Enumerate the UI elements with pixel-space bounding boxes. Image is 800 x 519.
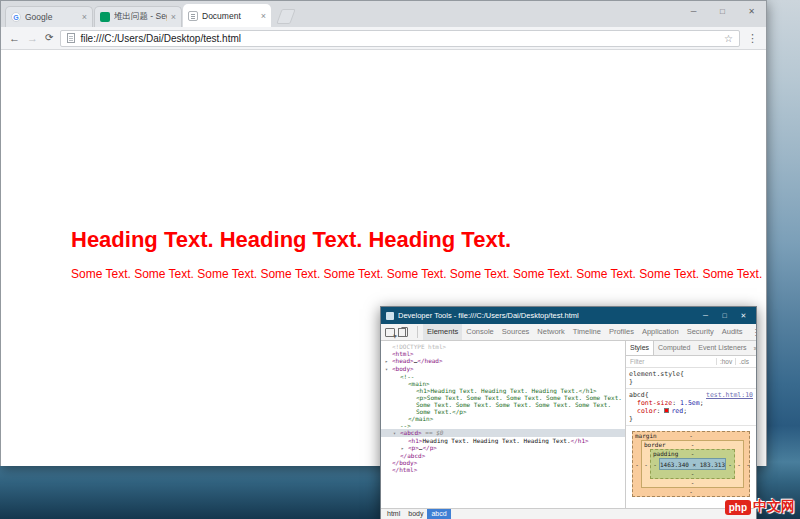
boxmodel-border[interactable]: border - - padding -	[641, 440, 744, 488]
boxmodel-margin-label: margin	[635, 432, 657, 440]
google-favicon: G	[11, 12, 21, 22]
tree-row[interactable]: ▸<head>…</head>	[381, 357, 625, 365]
breadcrumb-abcd[interactable]: abcd	[427, 509, 450, 519]
tree-row[interactable]: <html>	[381, 350, 625, 357]
border-top-value: -	[691, 441, 695, 448]
browser-tab-google[interactable]: GGoogle×	[5, 6, 93, 27]
back-icon[interactable]: ←	[9, 33, 20, 44]
tree-row[interactable]: <!DOCTYPE html>	[381, 343, 625, 350]
devtools-tab-audits[interactable]: Audits	[718, 324, 747, 340]
twisty-icon[interactable]: ▸	[401, 445, 408, 452]
sidebar-tabs: StylesComputedEvent Listeners»	[626, 341, 756, 356]
device-toolbar-icon[interactable]	[401, 327, 408, 337]
tab-close-icon[interactable]: ×	[261, 11, 266, 21]
url-input[interactable]: file:///C:/Users/Dai/Desktop/test.html ☆	[60, 30, 740, 47]
devtools-panel-tabs: ElementsConsoleSourcesNetworkTimelinePro…	[423, 324, 747, 340]
rule-selector[interactable]: abcd	[629, 391, 645, 399]
devtools-close-button[interactable]: ✕	[736, 312, 751, 320]
tab-close-icon[interactable]: ×	[82, 12, 87, 22]
rule-selector[interactable]: element.style	[629, 370, 680, 378]
tree-row[interactable]: <main>	[381, 380, 625, 387]
tree-row[interactable]: <!--	[381, 373, 625, 380]
devtools-tab-timeline[interactable]: Timeline	[569, 324, 605, 340]
twisty-icon[interactable]: ▾	[393, 430, 400, 437]
devtools-icon	[386, 312, 394, 320]
devtools-tab-profiles[interactable]: Profiles	[605, 324, 638, 340]
php-cn-watermark: php 中文网	[725, 498, 795, 516]
devtools-tab-elements[interactable]: Elements	[423, 324, 462, 340]
margin-right-value: -	[744, 461, 752, 468]
page-icon	[67, 33, 75, 43]
twisty-icon[interactable]: ▾	[385, 366, 392, 373]
breadcrumb-body[interactable]: body	[404, 509, 427, 519]
breadcrumb-html[interactable]: html	[383, 509, 404, 519]
tree-row[interactable]: -->	[381, 422, 625, 429]
sidebar-tab-event-listeners[interactable]: Event Listeners	[694, 341, 750, 355]
pseudo-toggle[interactable]: .cls	[735, 358, 752, 365]
border-left-value: -	[642, 461, 650, 468]
boxmodel-padding[interactable]: padding - - 1463.340 × 183.313 -	[650, 449, 735, 479]
tab-close-icon[interactable]: ×	[171, 12, 176, 22]
twisty-icon[interactable]: ▸	[385, 358, 392, 365]
tree-row[interactable]: </body>	[381, 459, 625, 466]
maximize-button[interactable]: □	[708, 1, 737, 22]
tree-row[interactable]: ▾<body>	[381, 365, 625, 373]
devtools-main: <!DOCTYPE html><html>▸<head>…</head>▾<bo…	[381, 341, 756, 508]
overflow-chevron-icon[interactable]: »	[751, 345, 756, 352]
styles-rules-pane: element.style {}abcd {test.html:10font-s…	[626, 368, 756, 426]
style-property[interactable]: font-size: 1.5em;	[629, 399, 753, 407]
devtools-minimize-button[interactable]: ─	[698, 312, 713, 319]
boxmodel-padding-label: padding	[653, 450, 678, 458]
devtools-menu-icon[interactable]: ⋮	[749, 328, 763, 337]
boxmodel-margin[interactable]: margin - - border - -	[632, 431, 750, 497]
close-button[interactable]: ✕	[737, 1, 766, 22]
style-property[interactable]: color: red;	[629, 407, 753, 415]
elements-tree-pane: <!DOCTYPE html><html>▸<head>…</head>▾<bo…	[381, 341, 626, 508]
pseudo-toggle[interactable]: :hov	[716, 358, 735, 365]
styles-filter-row: Filter :hov.cls	[626, 356, 756, 368]
devtools-tab-security[interactable]: Security	[683, 324, 718, 340]
browser-menu-icon[interactable]: ⋮	[747, 32, 758, 45]
styles-filter-input[interactable]: Filter	[630, 358, 716, 365]
tree-row[interactable]: <h1>Heading Text. Heading Text. Heading …	[381, 437, 625, 444]
color-swatch-icon[interactable]	[664, 408, 669, 413]
tab-label: Google	[25, 12, 78, 22]
minimize-button[interactable]: ─	[679, 1, 708, 22]
refresh-icon[interactable]: ⟳	[45, 33, 53, 43]
toolbar-divider	[417, 326, 418, 338]
watermark-site-name: 中文网	[753, 498, 795, 516]
browser-tab-document[interactable]: Document×	[183, 4, 271, 27]
tab-strip: GGoogle×堆出问题 - Segmentf...×Document× ─ □…	[1, 1, 766, 27]
style-rule: abcd {test.html:10font-size: 1.5em;color…	[626, 389, 756, 426]
padding-bottom-value: -	[691, 470, 695, 477]
new-tab-button[interactable]	[276, 9, 295, 24]
boxmodel-content[interactable]: 1463.340 × 183.313	[659, 458, 726, 470]
devtools-maximize-button[interactable]: □	[717, 312, 732, 319]
devtools-tab-sources[interactable]: Sources	[498, 324, 534, 340]
boxmodel-border-label: border	[644, 441, 666, 449]
tree-row[interactable]: <h1>Heading Text. Heading Text. Heading …	[381, 387, 625, 394]
inspect-element-icon[interactable]	[385, 328, 395, 337]
address-bar: ← → ⟳ file:///C:/Users/Dai/Desktop/test.…	[1, 27, 766, 50]
url-text: file:///C:/Users/Dai/Desktop/test.html	[80, 33, 719, 44]
bookmark-star-icon[interactable]: ☆	[724, 33, 733, 44]
devtools-tab-application[interactable]: Application	[638, 324, 683, 340]
sidebar-tab-computed[interactable]: Computed	[654, 341, 694, 355]
devtools-tab-console[interactable]: Console	[462, 324, 498, 340]
forward-icon[interactable]: →	[27, 33, 38, 44]
margin-top-value: -	[689, 432, 693, 439]
tree-row[interactable]: ▾<abcd> == $0	[381, 429, 625, 437]
browser-tab-segmentfault[interactable]: 堆出问题 - Segmentf...×	[94, 6, 182, 27]
page-paragraph: Some Text. Some Text. Some Text. Some Te…	[71, 267, 762, 281]
tree-row[interactable]: ▸<p>…</p>	[381, 444, 625, 452]
tree-row[interactable]: <p>Some Text. Some Text. Some Text. Some…	[381, 394, 625, 415]
browser-tabs: GGoogle×堆出问题 - Segmentf...×Document×	[5, 4, 272, 27]
devtools-tab-network[interactable]: Network	[533, 324, 569, 340]
tree-row[interactable]: </abcd>	[381, 452, 625, 459]
pseudo-class-toggles: :hov.cls	[716, 358, 752, 365]
tree-row[interactable]: </html>	[381, 466, 625, 473]
rule-source-link[interactable]: test.html:10	[706, 391, 753, 399]
styles-sidebar: StylesComputedEvent Listeners» Filter :h…	[626, 341, 756, 508]
tree-row[interactable]: </main>	[381, 415, 625, 422]
sidebar-tab-styles[interactable]: Styles	[626, 341, 654, 355]
